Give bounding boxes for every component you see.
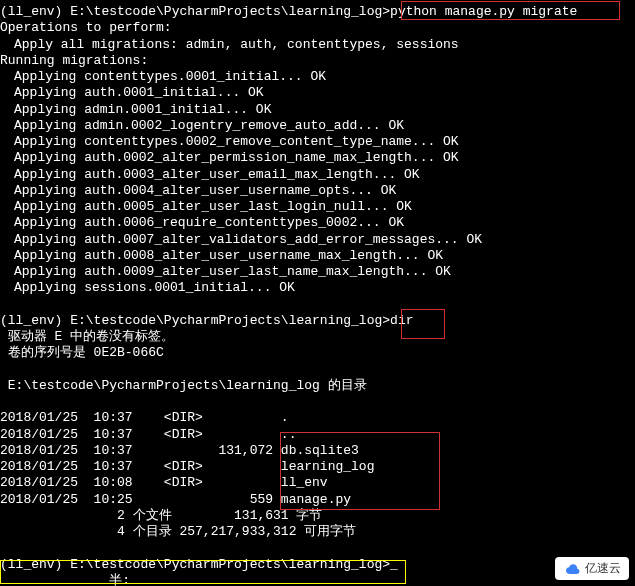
watermark-logo: 亿速云: [555, 557, 629, 580]
migration-row: Applying auth.0009_alter_user_last_name_…: [0, 264, 635, 280]
migration-row: Applying auth.0006_require_contenttypes_…: [0, 215, 635, 231]
blank-line: [0, 394, 635, 410]
dir-row: 2018/01/25 10:25 559 manage.py: [0, 492, 635, 508]
command-input[interactable]: dir: [390, 313, 413, 328]
migration-row: Applying auth.0002_alter_permission_name…: [0, 150, 635, 166]
migration-row: Applying auth.0008_alter_user_username_m…: [0, 248, 635, 264]
prompt-line-3: (ll_env) E:\testcode\PycharmProjects\lea…: [0, 557, 635, 573]
dir-row: 2018/01/25 10:37 <DIR> .: [0, 410, 635, 426]
blank-line: [0, 297, 635, 313]
watermark-text: 亿速云: [585, 561, 621, 576]
apply-all: Apply all migrations: admin, auth, conte…: [0, 37, 635, 53]
running-header: Running migrations:: [0, 53, 635, 69]
dir-row: 2018/01/25 10:37 <DIR> ..: [0, 427, 635, 443]
dir-row: 2018/01/25 10:37 <DIR> learning_log: [0, 459, 635, 475]
migration-row: Applying auth.0007_alter_validators_add_…: [0, 232, 635, 248]
migration-row: Applying auth.0004_alter_user_username_o…: [0, 183, 635, 199]
prompt-line-1: (ll_env) E:\testcode\PycharmProjects\lea…: [0, 4, 635, 20]
migration-row: Applying sessions.0001_initial... OK: [0, 280, 635, 296]
volume-serial: 卷的序列号是 0E2B-066C: [0, 345, 635, 361]
command-input[interactable]: python manage.py migrate: [390, 4, 577, 19]
summary-files: 2 个文件 131,631 字节: [0, 508, 635, 524]
prompt-line-2: (ll_env) E:\testcode\PycharmProjects\lea…: [0, 313, 635, 329]
dir-row: 2018/01/25 10:37 131,072 db.sqlite3: [0, 443, 635, 459]
migration-row: Applying auth.0001_initial... OK: [0, 85, 635, 101]
migration-row: Applying contenttypes.0002_remove_conten…: [0, 134, 635, 150]
blank-line: [0, 362, 635, 378]
summary-dirs: 4 个目录 257,217,933,312 可用字节: [0, 524, 635, 540]
dir-row: 2018/01/25 10:08 <DIR> ll_env: [0, 475, 635, 491]
prompt-prefix: (ll_env) E:\testcode\PycharmProjects\lea…: [0, 557, 390, 572]
ops-header: Operations to perform:: [0, 20, 635, 36]
prompt-prefix: (ll_env) E:\testcode\PycharmProjects\lea…: [0, 313, 390, 328]
migration-row: Applying auth.0003_alter_user_email_max_…: [0, 167, 635, 183]
migration-row: Applying admin.0002_logentry_remove_auto…: [0, 118, 635, 134]
migration-row: Applying auth.0005_alter_user_last_login…: [0, 199, 635, 215]
tail-line: 半:: [0, 573, 635, 586]
drive-label: 驱动器 E 中的卷没有标签。: [0, 329, 635, 345]
dir-of: E:\testcode\PycharmProjects\learning_log…: [0, 378, 635, 394]
cursor[interactable]: _: [390, 557, 398, 572]
migration-row: Applying contenttypes.0001_initial... OK: [0, 69, 635, 85]
blank-line: [0, 540, 635, 556]
prompt-prefix: (ll_env) E:\testcode\PycharmProjects\lea…: [0, 4, 390, 19]
cloud-icon: [563, 563, 581, 575]
migration-row: Applying admin.0001_initial... OK: [0, 102, 635, 118]
